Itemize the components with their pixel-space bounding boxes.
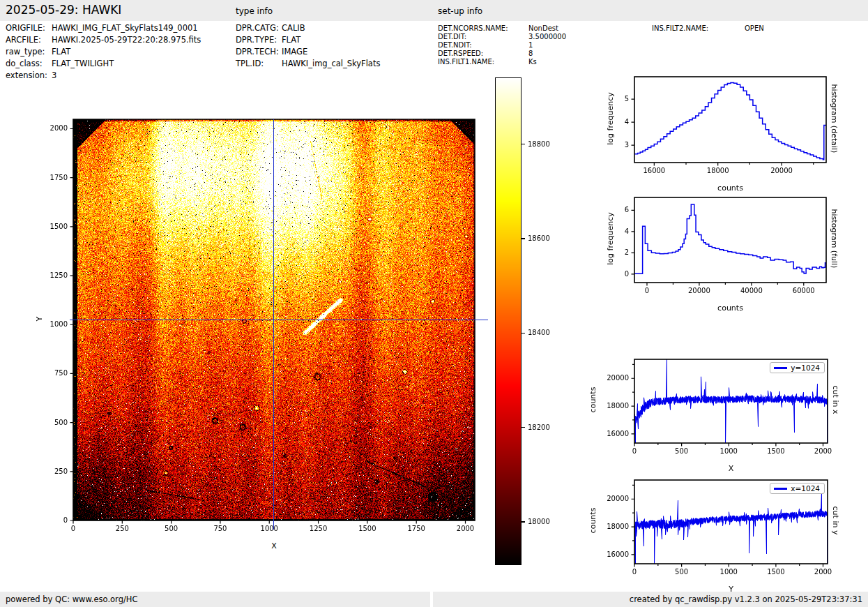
x-tick-label: 16000 — [637, 167, 671, 175]
y-tick-label: 1500 — [29, 223, 68, 231]
info-value: HAWKI_IMG_FLAT_SkyFlats149_0001 — [52, 23, 198, 33]
setup-info-row: DET.DIT:3.5000000 — [438, 33, 566, 40]
x-tick-label: 1500 — [350, 525, 385, 533]
y-tick-label: 1750 — [29, 174, 68, 182]
header-bar: 2025-05-29: HAWKI type info set-up info — [0, 0, 868, 21]
y-axis-label: counts — [589, 351, 597, 449]
colorbar-tick — [521, 238, 525, 239]
legend-label: x=1024 — [791, 484, 820, 493]
x-tick-label: 0 — [617, 568, 652, 576]
colorbar-tick — [521, 521, 525, 522]
x-tick-label: 1250 — [301, 525, 336, 533]
x-tick-label: 2000 — [448, 525, 483, 533]
histogram-detail-plot — [626, 68, 835, 171]
x-tick-label: 1500 — [759, 447, 793, 456]
legend-cut-y: x=1024 — [770, 483, 825, 494]
colorbar-gradient — [496, 78, 521, 564]
right-axis-label: cut in x — [831, 351, 839, 449]
histogram-full-plot — [626, 189, 835, 291]
x-tick-label: 1000 — [711, 447, 746, 456]
info-label: DET.RSPEED: — [438, 50, 528, 57]
crosshair-vertical-line — [273, 119, 274, 530]
y-tick-label: 250 — [29, 467, 68, 476]
y-axis-label: Y — [36, 270, 44, 368]
y-tick-label: 1000 — [29, 320, 68, 329]
x-tick-label: 18000 — [701, 167, 736, 175]
x-axis-label: Y — [703, 585, 759, 594]
colorbar-tick-label: 18200 — [528, 424, 550, 432]
info-value: FLAT — [282, 35, 300, 45]
info-value: HAWKI_img_cal_SkyFlats — [282, 59, 380, 68]
info-label: INS.FILT2.NAME: — [652, 24, 745, 32]
footer-left-bar: powered by QC: www.eso.org/HC — [0, 592, 430, 607]
type-info-row: TPL.ID:HAWKI_img_cal_SkyFlats — [236, 59, 380, 68]
info-label: INS.FILT1.NAME: — [438, 58, 528, 66]
colorbar-tick — [521, 333, 525, 334]
info-label: DPR.TECH: — [236, 47, 282, 57]
info-value: 3 — [52, 70, 56, 80]
info-value: Ks — [528, 58, 537, 66]
type-info-row: DPR.TECH:IMAGE — [236, 47, 307, 57]
y-axis-label: log frequency — [607, 190, 615, 287]
colorbar-tick — [521, 144, 525, 144]
info-value: FLAT — [52, 47, 70, 57]
footer-right-bar: created by qc_rawdisp.py v1.2.3 on 2025-… — [433, 592, 868, 607]
info-value: IMAGE — [282, 47, 307, 57]
file-info-row: do_class:FLAT_TWILIGHT — [6, 59, 114, 68]
legend-line-sample — [774, 367, 787, 369]
type-info-row: DPR.TYPE:FLAT — [236, 35, 300, 45]
x-tick-label: 0 — [617, 447, 652, 456]
colorbar-tick-label: 18800 — [528, 140, 550, 149]
page-title: 2025-05-29: HAWKI — [6, 3, 121, 17]
legend-cut-x: y=1024 — [770, 362, 825, 373]
setup-info-row: DET.NCORRS.NAME:NonDest — [438, 24, 558, 32]
info-label: TPL.ID: — [236, 59, 282, 68]
info-label: ARCFILE: — [6, 35, 52, 45]
y-tick-label: 500 — [29, 419, 68, 427]
colorbar-tick-label: 18600 — [528, 234, 550, 243]
info-value: NonDest — [528, 24, 558, 32]
x-tick-label: 1000 — [711, 568, 746, 576]
file-info-row: extension:3 — [6, 70, 56, 80]
legend-label: y=1024 — [791, 364, 820, 372]
x-tick-label: 1000 — [252, 525, 287, 533]
y-tick-label: 2000 — [29, 124, 68, 133]
x-tick-label: 500 — [664, 568, 699, 576]
x-tick-label: 0 — [56, 525, 91, 533]
x-axis-label: X — [246, 542, 302, 550]
right-axis-label: histogram (detail) — [830, 70, 838, 167]
x-tick-label: 20000 — [764, 167, 799, 175]
y-tick-label: 1250 — [29, 271, 68, 280]
x-tick-label: 1750 — [399, 525, 434, 533]
x-tick-label: 1500 — [759, 568, 793, 576]
x-tick-label: 250 — [105, 525, 139, 533]
file-info-row: ARCFILE:HAWKI.2025-05-29T22:20:28.975.fi… — [6, 35, 201, 45]
y-axis-label: counts — [589, 472, 597, 569]
x-tick-label: 500 — [154, 525, 189, 533]
qc-report-page: 2025-05-29: HAWKI type info set-up info … — [0, 0, 868, 607]
colorbar-tick — [521, 427, 525, 428]
setup-info-row: INS.FILT2.NAME:OPEN — [652, 24, 764, 32]
info-value: FLAT_TWILIGHT — [52, 59, 114, 68]
info-label: raw_type: — [6, 47, 52, 57]
info-label: do_class: — [6, 59, 52, 68]
setup-info-heading: set-up info — [438, 6, 482, 16]
x-tick-label: 20000 — [682, 287, 717, 295]
info-value: OPEN — [745, 24, 764, 32]
setup-info-row: INS.FILT1.NAME:Ks — [438, 58, 537, 66]
footer-right-text: created by qc_rawdisp.py v1.2.3 on 2025-… — [630, 594, 868, 604]
info-value: 3.5000000 — [528, 33, 566, 40]
setup-info-row: DET.NDIT:1 — [438, 41, 533, 49]
colorbar-tick-label: 18400 — [528, 329, 550, 337]
info-label: DPR.CATG: — [236, 23, 282, 33]
setup-info-row: DET.RSPEED:8 — [438, 50, 533, 57]
info-label: ORIGFILE: — [6, 23, 52, 33]
type-info-heading: type info — [236, 6, 273, 16]
info-value: CALIB — [282, 23, 305, 33]
right-axis-label: cut in y — [831, 472, 839, 569]
x-tick-label: 750 — [203, 525, 238, 533]
info-label: DET.NDIT: — [438, 41, 528, 49]
info-label: DET.NCORRS.NAME: — [438, 24, 528, 32]
x-tick-label: 60000 — [786, 287, 821, 295]
info-value: HAWKI.2025-05-29T22:20:28.975.fits — [52, 35, 201, 45]
